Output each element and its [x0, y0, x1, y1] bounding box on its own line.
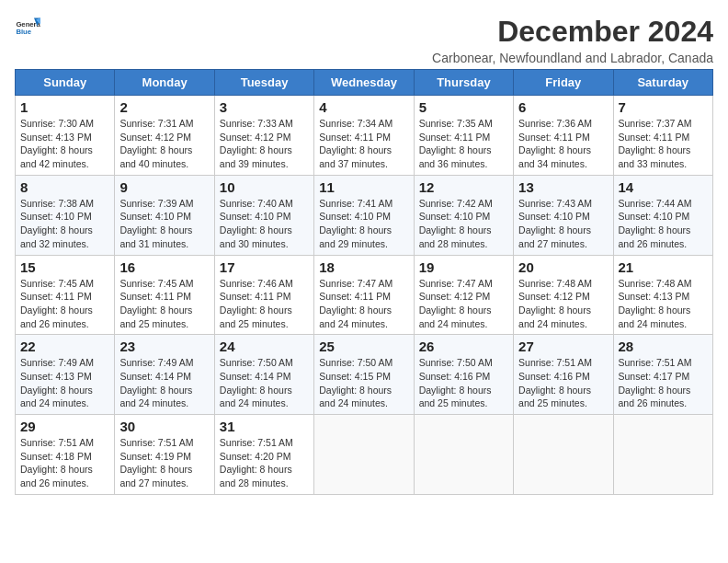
day-detail: Sunrise: 7:39 AM Sunset: 4:10 PM Dayligh… — [119, 197, 209, 251]
calendar-cell: 10Sunrise: 7:40 AM Sunset: 4:10 PM Dayli… — [214, 175, 313, 255]
calendar-cell: 20Sunrise: 7:48 AM Sunset: 4:12 PM Dayli… — [514, 255, 613, 335]
header-monday: Monday — [115, 70, 214, 96]
day-detail: Sunrise: 7:48 AM Sunset: 4:13 PM Dayligh… — [619, 277, 708, 331]
calendar-cell: 8Sunrise: 7:38 AM Sunset: 4:10 PM Daylig… — [16, 175, 115, 255]
day-number: 30 — [119, 419, 209, 434]
day-detail: Sunrise: 7:51 AM Sunset: 4:20 PM Dayligh… — [220, 436, 309, 490]
calendar-cell: 29Sunrise: 7:51 AM Sunset: 4:18 PM Dayli… — [16, 415, 115, 495]
page-title: December 2024 — [432, 15, 713, 49]
day-detail: Sunrise: 7:47 AM Sunset: 4:12 PM Dayligh… — [419, 277, 508, 331]
day-number: 24 — [220, 339, 309, 354]
calendar-cell: 17Sunrise: 7:46 AM Sunset: 4:11 PM Dayli… — [214, 255, 313, 335]
day-detail: Sunrise: 7:43 AM Sunset: 4:10 PM Dayligh… — [518, 197, 608, 251]
day-detail: Sunrise: 7:50 AM Sunset: 4:14 PM Dayligh… — [220, 356, 309, 410]
day-number: 10 — [220, 179, 309, 195]
calendar-cell: 30Sunrise: 7:51 AM Sunset: 4:19 PM Dayli… — [115, 415, 214, 495]
calendar-cell: 4Sunrise: 7:34 AM Sunset: 4:11 PM Daylig… — [314, 96, 414, 176]
calendar-cell: 15Sunrise: 7:45 AM Sunset: 4:11 PM Dayli… — [16, 255, 115, 335]
day-detail: Sunrise: 7:40 AM Sunset: 4:10 PM Dayligh… — [220, 197, 309, 251]
day-number: 17 — [220, 259, 309, 275]
day-number: 12 — [419, 179, 508, 195]
logo-icon: General Blue — [15, 15, 40, 40]
day-number: 15 — [20, 259, 109, 275]
header-sunday: Sunday — [16, 70, 115, 96]
day-number: 8 — [20, 179, 109, 195]
week-row-1: 1Sunrise: 7:30 AM Sunset: 4:13 PM Daylig… — [16, 96, 713, 176]
day-number: 22 — [20, 339, 109, 354]
day-detail: Sunrise: 7:47 AM Sunset: 4:11 PM Dayligh… — [319, 277, 408, 331]
calendar-cell — [613, 415, 712, 495]
week-row-5: 29Sunrise: 7:51 AM Sunset: 4:18 PM Dayli… — [16, 415, 713, 495]
header-wednesday: Wednesday — [314, 70, 414, 96]
day-number: 13 — [518, 179, 608, 195]
day-detail: Sunrise: 7:50 AM Sunset: 4:16 PM Dayligh… — [419, 356, 508, 410]
day-number: 6 — [518, 99, 608, 115]
day-number: 19 — [419, 259, 508, 275]
calendar-body: 1Sunrise: 7:30 AM Sunset: 4:13 PM Daylig… — [16, 96, 713, 495]
day-detail: Sunrise: 7:31 AM Sunset: 4:12 PM Dayligh… — [119, 117, 209, 171]
day-detail: Sunrise: 7:48 AM Sunset: 4:12 PM Dayligh… — [518, 277, 608, 331]
header-friday: Friday — [514, 70, 613, 96]
day-number: 28 — [619, 339, 708, 354]
header-row: SundayMondayTuesdayWednesdayThursdayFrid… — [16, 70, 713, 96]
calendar-cell: 24Sunrise: 7:50 AM Sunset: 4:14 PM Dayli… — [214, 335, 313, 415]
day-number: 16 — [119, 259, 209, 275]
day-number: 1 — [20, 99, 109, 115]
calendar-cell: 23Sunrise: 7:49 AM Sunset: 4:14 PM Dayli… — [115, 335, 214, 415]
day-number: 26 — [419, 339, 508, 354]
calendar-cell — [314, 415, 414, 495]
day-detail: Sunrise: 7:42 AM Sunset: 4:10 PM Dayligh… — [419, 197, 508, 251]
calendar-cell — [514, 415, 613, 495]
page-header: General Blue December 2024 Carbonear, Ne… — [15, 15, 713, 65]
calendar-cell: 5Sunrise: 7:35 AM Sunset: 4:11 PM Daylig… — [414, 96, 513, 176]
day-number: 2 — [119, 99, 209, 115]
calendar-cell: 12Sunrise: 7:42 AM Sunset: 4:10 PM Dayli… — [414, 175, 513, 255]
day-number: 4 — [319, 99, 408, 115]
day-number: 7 — [619, 99, 708, 115]
day-number: 21 — [619, 259, 708, 275]
day-number: 25 — [319, 339, 408, 354]
week-row-3: 15Sunrise: 7:45 AM Sunset: 4:11 PM Dayli… — [16, 255, 713, 335]
day-detail: Sunrise: 7:45 AM Sunset: 4:11 PM Dayligh… — [119, 277, 209, 331]
calendar-cell: 22Sunrise: 7:49 AM Sunset: 4:13 PM Dayli… — [16, 335, 115, 415]
title-area: December 2024 Carbonear, Newfoundland an… — [432, 15, 713, 65]
calendar-cell: 28Sunrise: 7:51 AM Sunset: 4:17 PM Dayli… — [613, 335, 712, 415]
day-detail: Sunrise: 7:51 AM Sunset: 4:17 PM Dayligh… — [619, 356, 708, 410]
day-detail: Sunrise: 7:37 AM Sunset: 4:11 PM Dayligh… — [619, 117, 708, 171]
day-detail: Sunrise: 7:38 AM Sunset: 4:10 PM Dayligh… — [20, 197, 109, 251]
calendar-header: SundayMondayTuesdayWednesdayThursdayFrid… — [16, 70, 713, 96]
svg-text:Blue: Blue — [16, 28, 31, 36]
day-detail: Sunrise: 7:49 AM Sunset: 4:14 PM Dayligh… — [119, 356, 209, 410]
calendar-cell: 26Sunrise: 7:50 AM Sunset: 4:16 PM Dayli… — [414, 335, 513, 415]
calendar-cell: 9Sunrise: 7:39 AM Sunset: 4:10 PM Daylig… — [115, 175, 214, 255]
day-detail: Sunrise: 7:45 AM Sunset: 4:11 PM Dayligh… — [20, 277, 109, 331]
calendar-cell: 21Sunrise: 7:48 AM Sunset: 4:13 PM Dayli… — [613, 255, 712, 335]
day-number: 9 — [119, 179, 209, 195]
page-subtitle: Carbonear, Newfoundland and Labrador, Ca… — [432, 51, 713, 65]
day-number: 23 — [119, 339, 209, 354]
calendar-cell: 7Sunrise: 7:37 AM Sunset: 4:11 PM Daylig… — [613, 96, 712, 176]
header-saturday: Saturday — [613, 70, 712, 96]
calendar-cell: 11Sunrise: 7:41 AM Sunset: 4:10 PM Dayli… — [314, 175, 414, 255]
day-detail: Sunrise: 7:34 AM Sunset: 4:11 PM Dayligh… — [319, 117, 408, 171]
day-detail: Sunrise: 7:50 AM Sunset: 4:15 PM Dayligh… — [319, 356, 408, 410]
day-detail: Sunrise: 7:41 AM Sunset: 4:10 PM Dayligh… — [319, 197, 408, 251]
calendar-table: SundayMondayTuesdayWednesdayThursdayFrid… — [15, 69, 713, 495]
calendar-cell: 31Sunrise: 7:51 AM Sunset: 4:20 PM Dayli… — [214, 415, 313, 495]
day-number: 20 — [518, 259, 608, 275]
day-detail: Sunrise: 7:51 AM Sunset: 4:19 PM Dayligh… — [119, 436, 209, 490]
header-tuesday: Tuesday — [214, 70, 313, 96]
calendar-cell: 27Sunrise: 7:51 AM Sunset: 4:16 PM Dayli… — [514, 335, 613, 415]
calendar-cell: 3Sunrise: 7:33 AM Sunset: 4:12 PM Daylig… — [214, 96, 313, 176]
calendar-cell: 6Sunrise: 7:36 AM Sunset: 4:11 PM Daylig… — [514, 96, 613, 176]
week-row-2: 8Sunrise: 7:38 AM Sunset: 4:10 PM Daylig… — [16, 175, 713, 255]
day-number: 27 — [518, 339, 608, 354]
day-number: 3 — [220, 99, 309, 115]
logo: General Blue — [15, 15, 40, 40]
day-number: 18 — [319, 259, 408, 275]
calendar-cell: 18Sunrise: 7:47 AM Sunset: 4:11 PM Dayli… — [314, 255, 414, 335]
calendar-cell: 14Sunrise: 7:44 AM Sunset: 4:10 PM Dayli… — [613, 175, 712, 255]
day-detail: Sunrise: 7:36 AM Sunset: 4:11 PM Dayligh… — [518, 117, 608, 171]
day-number: 14 — [619, 179, 708, 195]
calendar-cell: 16Sunrise: 7:45 AM Sunset: 4:11 PM Dayli… — [115, 255, 214, 335]
